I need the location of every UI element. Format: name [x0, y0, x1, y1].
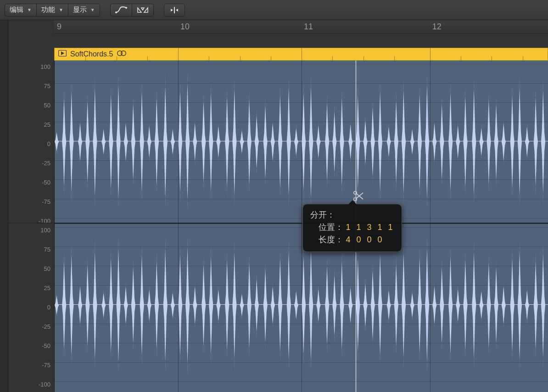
view-menu-label: 显示 — [73, 6, 87, 14]
amplitude-tick-label: 75 — [44, 83, 50, 90]
tooltip-length-label: 长度： — [319, 235, 343, 244]
amplitude-tick-label: 25 — [44, 121, 50, 128]
flex-icon — [137, 6, 149, 14]
ruler-bar-number: 11 — [304, 22, 313, 32]
edit-menu[interactable]: 编辑 ▼ — [5, 4, 36, 17]
function-menu-label: 功能 — [41, 6, 55, 14]
tooltip-title: 分开： — [310, 209, 394, 221]
amplitude-tick-label: -75 — [42, 362, 50, 369]
tooltip-length-value: 4 0 0 0 — [346, 235, 384, 244]
svg-point-0 — [115, 11, 117, 13]
svg-line-11 — [357, 193, 363, 198]
amplitude-tick-label: 0 — [47, 140, 50, 147]
amplitude-tick-label: 50 — [44, 265, 50, 272]
amplitude-tick-label: -25 — [42, 160, 50, 167]
amplitude-tick-label: 25 — [44, 285, 50, 291]
waveform-display[interactable] — [54, 61, 548, 392]
view-menu[interactable]: 显示 ▼ — [68, 4, 100, 17]
svg-point-1 — [125, 7, 127, 9]
tooltip-position-label: 位置： — [319, 223, 343, 232]
amplitude-tick-label: 0 — [47, 304, 50, 311]
ruler-bar-number: 9 — [57, 22, 62, 32]
flex-button[interactable] — [132, 4, 154, 17]
ruler-bar-number: 10 — [180, 22, 190, 32]
tooltip-position-value: 1 1 3 1 1 — [346, 223, 394, 232]
clip-header[interactable]: SoftChords.5 — [54, 48, 548, 61]
ruler-bar-number: 12 — [432, 22, 442, 32]
amplitude-tick-label: -25 — [42, 323, 50, 330]
amplitude-gutter: 1007550250-25-50-75-1001007550250-25-50-… — [8, 61, 54, 392]
svg-point-7 — [121, 51, 126, 56]
amplitude-tick-label: 50 — [44, 102, 50, 109]
catch-playhead-icon — [169, 6, 180, 14]
play-clip-icon[interactable] — [58, 50, 67, 58]
loop-icon — [117, 50, 127, 58]
chevron-down-icon: ▼ — [59, 7, 63, 12]
amplitude-tick-label: -75 — [42, 198, 50, 205]
time-ruler[interactable]: 9101112 — [54, 20, 548, 48]
automation-curve-icon — [115, 6, 127, 14]
toolbar: 编辑 ▼ 功能 ▼ 显示 ▼ — [0, 0, 548, 20]
left-sidebar — [0, 20, 8, 392]
amplitude-tick-label: 75 — [44, 246, 50, 253]
edit-menu-label: 编辑 — [10, 6, 23, 14]
automation-curve-button[interactable] — [110, 4, 132, 17]
svg-line-10 — [357, 194, 363, 199]
chevron-down-icon: ▼ — [27, 7, 32, 12]
split-tooltip: 分开： 位置： 1 1 3 1 1 长度： 4 0 0 0 — [302, 204, 402, 252]
amplitude-tick-label: 100 — [40, 63, 50, 70]
function-menu[interactable]: 功能 ▼ — [36, 4, 68, 17]
amplitude-tick-label: 100 — [40, 227, 50, 234]
svg-point-8 — [354, 191, 357, 194]
amplitude-tick-label: -100 — [39, 381, 50, 388]
amplitude-tick-label: -50 — [42, 342, 50, 349]
catch-playhead-button[interactable] — [164, 4, 185, 17]
chevron-down-icon: ▼ — [90, 7, 95, 12]
clip-name: SoftChords.5 — [70, 50, 113, 58]
amplitude-tick-label: -50 — [42, 179, 50, 186]
